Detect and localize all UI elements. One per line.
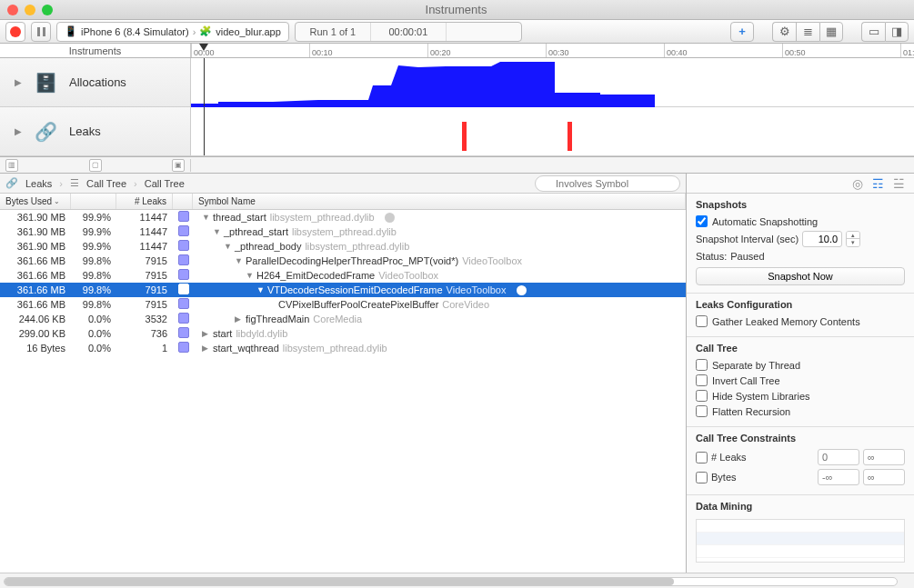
cell-leaks: 11447 bbox=[116, 226, 173, 237]
horizontal-scrollbar[interactable] bbox=[4, 577, 898, 586]
section-constraints-title: Call Tree Constraints bbox=[687, 427, 914, 447]
mini-expand-icon[interactable]: ▣ bbox=[172, 159, 185, 172]
table-row[interactable]: 361.90 MB99.9%11447▼_pthread_body libsys… bbox=[0, 239, 686, 254]
invert-calltree-checkbox[interactable]: Invert Call Tree bbox=[696, 373, 905, 388]
hide-system-checkbox[interactable]: Hide System Libraries bbox=[696, 388, 905, 404]
ruler-tick: 00:10 bbox=[309, 44, 333, 57]
cell-bytes: 361.66 MB bbox=[0, 284, 71, 295]
disclosure-icon[interactable]: ▶ bbox=[202, 329, 209, 338]
track-allocations[interactable]: ▶ 🗄️ Allocations bbox=[0, 58, 914, 107]
pathbar-instrument[interactable]: Leaks bbox=[25, 178, 52, 189]
table-row[interactable]: 361.66 MB99.8%7915CVPixelBufferPoolCreat… bbox=[0, 297, 686, 312]
section-calltree-title: Call Tree bbox=[687, 337, 914, 357]
symbol-name: _pthread_start bbox=[224, 226, 288, 237]
constraint-bytes-min[interactable] bbox=[818, 469, 859, 485]
constraint-leaks-checkbox[interactable] bbox=[696, 452, 708, 463]
col-percent[interactable] bbox=[71, 194, 116, 209]
view-grid-button[interactable]: ▦ bbox=[819, 22, 843, 42]
disclosure-icon[interactable]: ▶ bbox=[202, 344, 209, 353]
inspector-tab-extended[interactable]: ☱ bbox=[893, 176, 905, 191]
cell-bytes: 244.06 KB bbox=[0, 314, 71, 324]
table-row[interactable]: 299.00 KB0.0%736▶start libdyld.dylib bbox=[0, 326, 686, 341]
search-input[interactable] bbox=[535, 175, 680, 192]
target-selector[interactable]: 📱 iPhone 6 (8.4 Simulator) › 🧩 video_blu… bbox=[56, 22, 289, 42]
run-display[interactable]: Run 1 of 1 00:00:01 bbox=[295, 22, 522, 42]
disclosure-icon[interactable]: ▼ bbox=[246, 271, 253, 280]
toggle-inspector-button[interactable]: ◨ bbox=[885, 22, 909, 42]
table-row[interactable]: 361.66 MB99.8%7915▼H264_EmitDecodedFrame… bbox=[0, 268, 686, 283]
person-icon bbox=[178, 240, 189, 251]
close-button[interactable] bbox=[7, 5, 18, 15]
person-icon bbox=[178, 298, 189, 309]
table-row[interactable]: 361.90 MB99.9%11447▼thread_start libsyst… bbox=[0, 210, 686, 224]
pathbar-crumb[interactable]: Call Tree bbox=[86, 178, 126, 189]
leaks-icon: 🔗 bbox=[29, 115, 62, 148]
ruler-track[interactable]: 00:00 00:10 00:20 00:30 00:40 00:50 01:0… bbox=[191, 44, 914, 57]
auto-snapshot-checkbox[interactable]: Automatic Snapshotting bbox=[696, 214, 905, 229]
constraint-bytes-checkbox[interactable] bbox=[696, 472, 708, 483]
table-row[interactable]: 244.06 KB0.0%3532▶figThreadMain CoreMedi… bbox=[0, 312, 686, 326]
zoom-button[interactable] bbox=[42, 5, 53, 15]
disclosure-icon[interactable]: ▼ bbox=[213, 227, 220, 236]
view-list-button[interactable]: ≣ bbox=[796, 22, 819, 42]
pause-button[interactable] bbox=[31, 22, 51, 42]
cell-symbol: ▶figThreadMain CoreMedia bbox=[193, 314, 686, 324]
col-leaks[interactable]: # Leaks bbox=[116, 194, 173, 209]
go-arrow-icon[interactable] bbox=[385, 213, 395, 223]
mini-strategy-icon[interactable]: ▥ bbox=[5, 159, 18, 172]
allocations-icon: 🗄️ bbox=[29, 66, 62, 99]
flatten-recursion-checkbox[interactable]: Flatten Recursion bbox=[696, 404, 905, 419]
data-mining-list[interactable] bbox=[696, 519, 905, 563]
inspector-tab-record[interactable]: ◎ bbox=[852, 176, 863, 191]
scrollbar-thumb[interactable] bbox=[5, 578, 674, 585]
allocations-graph bbox=[191, 58, 664, 107]
disclosure-icon[interactable]: ▼ bbox=[202, 213, 209, 222]
disclosure-icon[interactable]: ▼ bbox=[256, 285, 264, 294]
constraint-leaks-min[interactable] bbox=[818, 449, 859, 465]
allocations-lane[interactable] bbox=[191, 58, 914, 106]
cell-symbol: ▼H264_EmitDecodedFrame VideoToolbox bbox=[193, 270, 686, 281]
cell-percent: 0.0% bbox=[71, 314, 116, 324]
pathbar-crumb[interactable]: Call Tree bbox=[145, 178, 185, 189]
inspector-tab-display[interactable]: ☶ bbox=[872, 176, 884, 191]
library-name: libsystem_pthread.dylib bbox=[305, 241, 409, 252]
col-bytes-used[interactable]: Bytes Used⌄ bbox=[0, 194, 71, 209]
symbol-name: start bbox=[213, 328, 232, 339]
chevron-right-icon: › bbox=[193, 26, 196, 37]
record-button[interactable] bbox=[5, 22, 25, 42]
col-symbol[interactable]: Symbol Name bbox=[193, 194, 686, 209]
view-strategy-button[interactable]: ⚙ bbox=[772, 22, 796, 42]
table-row[interactable]: 361.90 MB99.9%11447▼_pthread_start libsy… bbox=[0, 224, 686, 239]
interval-stepper[interactable]: ▴▾ bbox=[846, 231, 860, 247]
symbol-name: figThreadMain bbox=[246, 314, 309, 324]
disclosure-icon[interactable]: ▼ bbox=[224, 242, 231, 251]
disclosure-icon[interactable]: ▶ bbox=[235, 314, 242, 324]
table-row[interactable]: 16 Bytes0.0%1▶start_wqthread libsystem_p… bbox=[0, 341, 686, 355]
go-arrow-icon[interactable] bbox=[517, 285, 527, 295]
symbol-name: ParallelDecodingHelperThreadProc_MPT(voi… bbox=[246, 255, 458, 266]
leaks-lane[interactable] bbox=[191, 107, 914, 155]
gather-checkbox[interactable]: Gather Leaked Memory Contents bbox=[696, 314, 905, 329]
cell-symbol: ▼ParallelDecodingHelperThreadProc_MPT(vo… bbox=[193, 255, 686, 266]
constraint-leaks-max[interactable] bbox=[863, 449, 905, 465]
add-instrument-button[interactable]: + bbox=[730, 22, 754, 42]
constraint-bytes-max[interactable] bbox=[863, 469, 905, 485]
chevron-down-icon: ▾ bbox=[847, 239, 859, 246]
track-leaks[interactable]: ▶ 🔗 Leaks bbox=[0, 107, 914, 156]
cell-percent: 99.9% bbox=[71, 212, 116, 223]
panel-bottom-icon: ▭ bbox=[869, 25, 879, 38]
person-icon bbox=[178, 269, 189, 280]
table-row[interactable]: 361.66 MB99.8%7915▼ParallelDecodingHelpe… bbox=[0, 254, 686, 268]
interval-input[interactable] bbox=[802, 231, 842, 247]
snapshot-now-button[interactable]: Snapshot Now bbox=[696, 267, 905, 285]
chevron-right-icon: ▶ bbox=[15, 126, 22, 136]
section-leakscfg-title: Leaks Configuration bbox=[687, 294, 914, 314]
toggle-detail-button[interactable]: ▭ bbox=[861, 22, 885, 42]
table-row[interactable]: 361.66 MB99.8%7915▼VTDecoderSessionEmitD… bbox=[0, 283, 686, 297]
ruler-tick: 00:20 bbox=[427, 44, 451, 57]
run-time: 00:00:01 bbox=[371, 23, 447, 41]
disclosure-icon[interactable]: ▼ bbox=[235, 256, 242, 265]
mini-middle-icon[interactable]: ▢ bbox=[89, 159, 102, 172]
minimize-button[interactable] bbox=[25, 5, 35, 15]
separate-thread-checkbox[interactable]: Separate by Thread bbox=[696, 357, 905, 373]
